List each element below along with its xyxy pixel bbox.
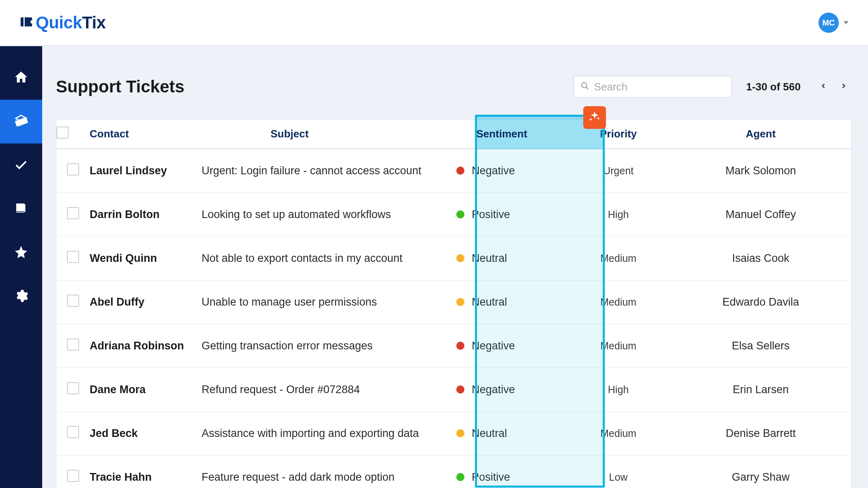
topbar-right: MC [819,13,849,33]
agent-cell: Mark Solomon [670,149,851,193]
header-sentiment[interactable]: Sentiment [437,120,567,149]
header-agent[interactable]: Agent [670,120,851,149]
tickets-table-container: Contact Subject Sentiment Priority Agent… [56,119,852,488]
priority-text: Medium [600,296,636,308]
contact-name: Adriana Robinson [90,340,184,352]
row-checkbox[interactable] [67,470,79,482]
sentiment-dot-icon [456,298,464,306]
priority-text: Medium [600,428,636,439]
pager-next-button[interactable] [836,79,852,95]
contact-cell: Jed Beck [90,411,202,455]
row-checkbox[interactable] [67,207,79,219]
agent-name: Manuel Coffey [726,208,796,220]
row-check-cell [56,149,90,193]
select-all-checkbox[interactable] [56,126,69,139]
user-menu-caret-icon[interactable] [844,21,849,24]
agent-cell: Edwardo Davila [670,280,851,324]
table-header-row: Contact Subject Sentiment Priority Agent [56,120,851,149]
row-check-cell [56,236,90,280]
subject-text: Feature request - add dark mode option [202,471,395,483]
subject-text: Unable to manage user permissions [202,296,377,308]
sidebar-item-tickets[interactable] [0,100,42,143]
agent-name: Denise Barrett [726,427,796,439]
contact-cell: Darrin Bolton [90,193,202,236]
row-checkbox[interactable] [67,426,79,438]
contact-name: Wendi Quinn [90,252,157,264]
sentiment-label: Neutral [472,252,507,265]
sidebar-item-settings[interactable] [0,275,42,319]
table-row[interactable]: Laurel LindseyUrgent: Login failure - ca… [56,149,851,193]
sidebar-item-tasks[interactable] [0,143,42,187]
row-check-cell [56,368,90,411]
sentiment-dot-icon [456,342,464,350]
table-row[interactable]: Dane MoraRefund request - Order #072884N… [56,368,851,411]
header-priority[interactable]: Priority [567,120,670,149]
subject-text: Not able to export contacts in my accoun… [202,252,402,264]
sentiment-cell: Negative [437,368,567,411]
agent-name: Edwardo Davila [722,296,799,308]
priority-cell: Low [567,455,670,488]
table-row[interactable]: Jed BeckAssistance with importing and ex… [56,411,851,455]
agent-cell: Erin Larsen [670,368,851,411]
search-input[interactable] [594,81,726,93]
header-contact[interactable]: Contact [90,120,202,149]
page-header: Support Tickets 1-30 of 560 [56,46,852,119]
priority-text: Medium [600,340,636,351]
priority-text: High [608,384,629,395]
row-check-cell [56,193,90,236]
agent-cell: Garry Shaw [670,455,851,488]
sentiment-label: Negative [472,165,515,177]
sidebar-item-knowledge[interactable] [0,187,42,231]
agent-cell: Elsa Sellers [670,324,851,368]
table-row[interactable]: Adriana RobinsonGetting transaction erro… [56,324,851,368]
agent-name: Garry Shaw [732,471,790,483]
brand-logo[interactable]: QuickTix [19,13,106,32]
gear-icon [14,289,28,305]
header-subject[interactable]: Subject [202,120,437,149]
star-icon [14,245,28,261]
agent-name: Mark Solomon [725,165,796,177]
chevron-left-icon [819,82,827,92]
ticket-icon [14,113,28,130]
search-box[interactable] [574,76,732,98]
table-row[interactable]: Darrin BoltonLooking to set up automated… [56,193,851,236]
row-checkbox[interactable] [67,382,79,394]
sidebar-item-favorites[interactable] [0,231,42,275]
priority-text: Urgent [603,165,634,176]
subject-cell: Feature request - add dark mode option [202,455,437,488]
row-checkbox[interactable] [67,295,79,307]
sentiment-dot-icon [456,385,464,394]
avatar[interactable]: MC [819,13,839,33]
ai-badge-button[interactable] [583,106,606,129]
pager-prev-button[interactable] [815,79,831,95]
table-row[interactable]: Wendi QuinnNot able to export contacts i… [56,236,851,280]
row-checkbox[interactable] [67,251,79,263]
agent-name: Erin Larsen [733,383,789,396]
contact-cell: Laurel Lindsey [90,149,202,193]
row-checkbox[interactable] [67,163,79,176]
table-row[interactable]: Abel DuffyUnable to manage user permissi… [56,280,851,324]
sentiment-label: Positive [472,471,510,484]
subject-cell: Urgent: Login failure - cannot access ac… [202,149,437,193]
sidebar-item-home[interactable] [0,56,42,100]
subject-cell: Getting transaction error messages [202,324,437,368]
contact-cell: Dane Mora [90,368,202,411]
svg-point-1 [581,83,587,88]
row-checkbox[interactable] [67,338,79,351]
book-icon [14,201,28,217]
priority-cell: Medium [567,280,670,324]
priority-cell: High [567,368,670,411]
row-check-cell [56,455,90,488]
check-icon [14,157,28,173]
subject-cell: Unable to manage user permissions [202,280,437,324]
priority-cell: Urgent [567,149,670,193]
contact-cell: Wendi Quinn [90,236,202,280]
agent-name: Elsa Sellers [732,340,790,352]
sentiment-label: Negative [472,340,515,352]
priority-cell: High [567,193,670,236]
table-row[interactable]: Tracie HahnFeature request - add dark mo… [56,455,851,488]
brand-text: QuickTix [36,13,106,32]
sentiment-dot-icon [456,167,464,175]
ticket-logo-icon [19,15,33,30]
subject-text: Looking to set up automated workflows [202,208,391,220]
